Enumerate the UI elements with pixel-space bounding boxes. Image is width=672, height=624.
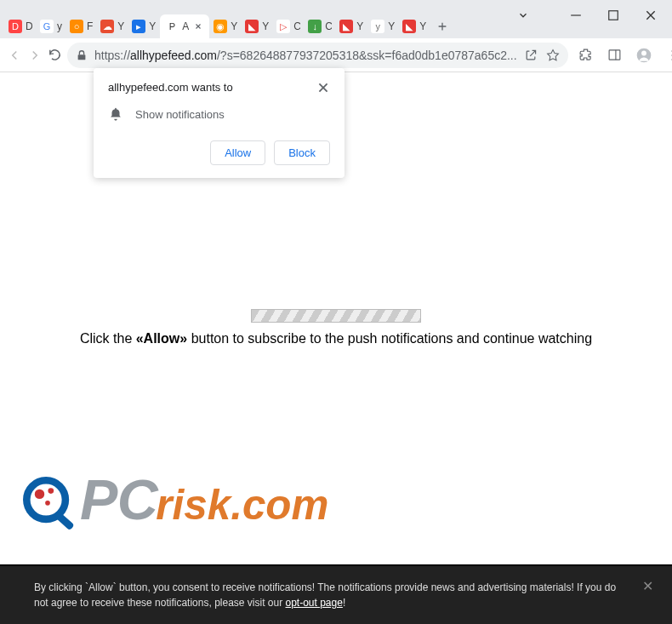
minimize-button[interactable] <box>570 9 582 21</box>
tab-favicon: ◣ <box>402 20 416 33</box>
browser-tab[interactable]: ↓C <box>305 14 335 38</box>
profile-button[interactable] <box>631 43 657 68</box>
side-panel-button[interactable] <box>602 43 628 68</box>
browser-tab[interactable]: ◣Y <box>336 14 367 38</box>
tab-title: C <box>325 20 332 32</box>
browser-tab[interactable]: yY <box>367 14 398 38</box>
tab-title: Y <box>419 20 426 32</box>
tab-title: Y <box>231 20 237 32</box>
browser-tab[interactable]: ◉Y <box>210 14 241 38</box>
permission-title: allhypefeed.com wants to <box>108 81 233 94</box>
new-tab-button[interactable] <box>430 14 454 38</box>
browser-tab[interactable]: ▷C <box>273 14 304 38</box>
tab-favicon: y <box>371 20 384 33</box>
instruction-bold: «Allow» <box>136 331 187 346</box>
browser-tab[interactable]: PA <box>160 14 209 38</box>
address-bar[interactable]: https://allhypefeed.com/?s=6826488779372… <box>67 43 568 68</box>
tab-favicon: D <box>9 20 22 33</box>
permission-prompt: allhypefeed.com wants to Show notificati… <box>94 68 345 178</box>
forward-button[interactable] <box>27 43 43 68</box>
opt-out-link[interactable]: opt-out page <box>286 597 343 609</box>
browser-tab[interactable]: Gy <box>37 14 65 38</box>
url-path: /?s=682648877937205318&ssk=f6ad0db1e0787… <box>217 49 517 62</box>
lock-icon <box>76 49 88 61</box>
tab-title: y <box>57 20 62 32</box>
url-host: allhypefeed.com <box>130 49 217 62</box>
block-button[interactable]: Block <box>274 140 330 165</box>
tab-favicon: ◣ <box>339 20 353 33</box>
permission-request-text: Show notifications <box>135 108 225 121</box>
browser-tab[interactable]: ◣Y <box>242 14 272 38</box>
tab-favicon: G <box>40 20 54 33</box>
svg-rect-13 <box>54 511 75 530</box>
tab-favicon: ○ <box>70 20 83 33</box>
url-scheme: https:// <box>94 49 130 62</box>
loading-bar <box>251 309 421 323</box>
svg-point-5 <box>641 50 646 55</box>
tab-favicon: ◉ <box>214 20 227 33</box>
bookmark-star-icon[interactable] <box>546 49 560 62</box>
tab-favicon: P <box>165 20 179 33</box>
tab-favicon: ▸ <box>132 20 145 33</box>
svg-text:risk.com: risk.com <box>156 481 328 528</box>
page-center: Click the «Allow» button to subscribe to… <box>0 309 672 346</box>
consent-close-icon[interactable]: ✕ <box>642 576 653 597</box>
svg-text:C: C <box>117 468 159 531</box>
tab-close-icon[interactable] <box>192 20 204 32</box>
tab-title: A <box>182 20 189 32</box>
svg-point-10 <box>35 489 44 499</box>
tab-favicon: ☁ <box>100 20 114 33</box>
svg-text:P: P <box>80 468 118 531</box>
menu-button[interactable] <box>660 43 672 68</box>
tab-title: Y <box>262 20 269 32</box>
window-close-button[interactable] <box>645 9 657 21</box>
tab-title: C <box>293 20 300 32</box>
tab-list-chevron-icon[interactable] <box>517 9 529 21</box>
consent-text-post: ! <box>343 597 345 609</box>
bell-icon <box>108 106 123 122</box>
extensions-button[interactable] <box>573 43 599 68</box>
tab-title: Y <box>388 20 395 32</box>
tab-title: Y <box>356 20 363 32</box>
browser-tab[interactable]: ◣Y <box>399 14 430 38</box>
tab-favicon: ◣ <box>245 20 259 33</box>
tab-title: Y <box>149 20 156 32</box>
consent-bar: By clicking `Allow` button, you consent … <box>0 564 672 624</box>
instruction-pre: Click the <box>80 331 136 346</box>
browser-tab[interactable]: ▸Y <box>128 14 159 38</box>
svg-rect-0 <box>609 11 618 20</box>
allow-button[interactable]: Allow <box>210 140 265 165</box>
permission-close-icon[interactable] <box>316 81 330 94</box>
window-controls <box>502 0 672 31</box>
pcrisk-logo: P C risk.com <box>15 462 339 539</box>
svg-rect-2 <box>609 50 620 60</box>
browser-toolbar: https://allhypefeed.com/?s=6826488779372… <box>0 38 672 72</box>
tab-favicon: ▷ <box>276 20 290 33</box>
svg-rect-1 <box>78 54 86 60</box>
instruction-post: button to subscribe to the push notifica… <box>187 331 592 346</box>
svg-point-12 <box>45 501 50 506</box>
maximize-button[interactable] <box>607 9 619 21</box>
tab-favicon: ↓ <box>308 20 322 33</box>
svg-point-11 <box>48 488 54 494</box>
reload-button[interactable] <box>48 43 62 68</box>
url-text: https://allhypefeed.com/?s=6826488779372… <box>94 49 517 62</box>
tab-title: F <box>87 20 93 32</box>
share-icon[interactable] <box>524 49 538 62</box>
browser-tab[interactable]: ○F <box>66 14 96 38</box>
browser-tab[interactable]: DD <box>5 14 36 38</box>
page-content: allhypefeed.com wants to Show notificati… <box>0 72 672 624</box>
back-button[interactable] <box>7 43 22 68</box>
instruction-text: Click the «Allow» button to subscribe to… <box>0 331 672 346</box>
tab-title: D <box>26 20 32 32</box>
tab-title: Y <box>117 20 124 32</box>
browser-tab[interactable]: ☁Y <box>97 14 128 38</box>
